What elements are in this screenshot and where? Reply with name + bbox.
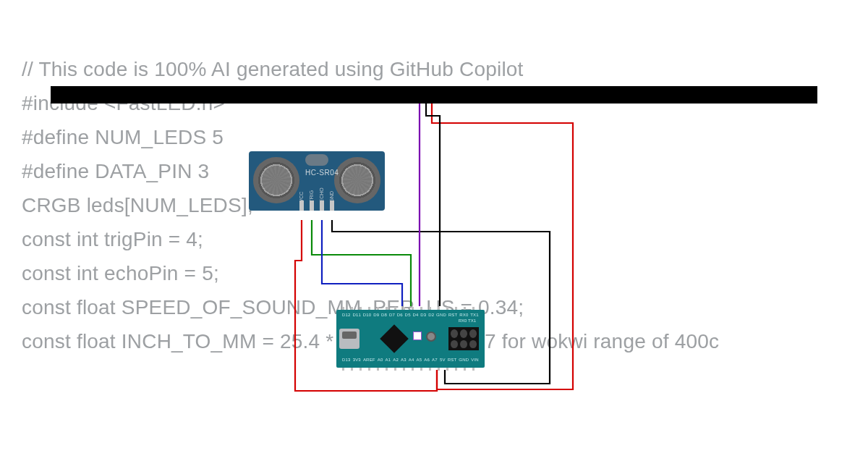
arduino-nano[interactable]: D12 D11 D10 D9 D8 D7 D6 D5 D4 D3 D2 GND …	[336, 310, 485, 368]
reset-button[interactable]	[426, 332, 436, 342]
crystal-icon	[305, 154, 328, 166]
code-line-11: const int echoPin = 5;	[22, 256, 719, 290]
code-line-1: // This code is 100% AI generated using …	[22, 52, 719, 86]
led-strip[interactable]	[51, 86, 817, 104]
sensor-pin-gnd[interactable]	[330, 200, 334, 211]
icsp-header	[448, 327, 479, 350]
sensor-pin-vcc[interactable]	[299, 200, 304, 211]
code-line-10: const int trigPin = 4;	[22, 222, 719, 256]
sensor-pins	[299, 200, 334, 211]
sensor-pin-trig[interactable]	[310, 200, 314, 211]
builtin-led-icon	[413, 332, 422, 340]
ultrasonic-sensor[interactable]: HC-SR04 VCC TRIG ECHO GND	[249, 151, 385, 211]
mcu-bottom-pin-labels: D13 3V3 AREF A0 A1 A2 A3 A4 A5 A6 A7 5V …	[342, 358, 479, 365]
sensor-pin-echo[interactable]	[320, 200, 324, 211]
sensor-model-label: HC-SR04	[305, 169, 339, 177]
mcu-chip-icon	[380, 324, 409, 353]
transducer-left-icon	[253, 157, 299, 203]
sensor-pin-labels: VCC TRIG ECHO GND	[297, 195, 336, 200]
usb-port-icon	[339, 329, 359, 349]
mcu-serial-label: RX0 TX1	[459, 318, 476, 323]
transducer-right-icon	[334, 157, 380, 203]
code-line-6: #define NUM_LEDS 5	[22, 120, 719, 154]
